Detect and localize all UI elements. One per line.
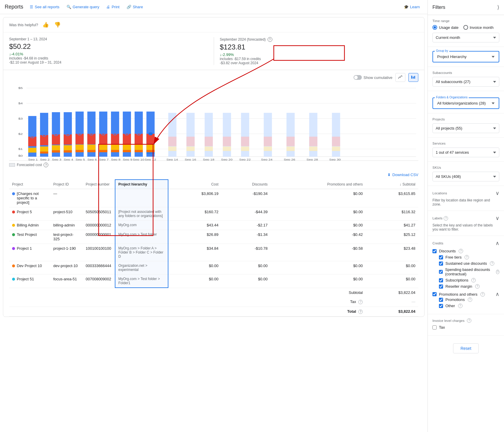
projects-filter: Projects All projects (55)	[428, 113, 504, 138]
invoice-month-radio[interactable]: Invoice month	[463, 25, 494, 30]
learn-link[interactable]: 🎓 Learn	[401, 3, 423, 11]
subscriptions-checkbox[interactable]	[439, 278, 443, 282]
reseller-margin-checkbox[interactable]	[439, 284, 443, 289]
other-help-icon[interactable]: ?	[458, 304, 462, 308]
promotions-others-checkbox[interactable]	[432, 292, 437, 296]
tax-help-icon[interactable]: ?	[358, 300, 363, 304]
total-help-icon[interactable]: ?	[358, 309, 363, 314]
show-cumulative-toggle[interactable]: Show cumulative	[354, 75, 392, 80]
tax-label: Tax	[350, 299, 356, 304]
svg-text:Sep 1: Sep 1	[28, 158, 38, 160]
discounts-cell: -$190.34	[221, 189, 271, 207]
services-label: Services	[432, 142, 499, 145]
credits-header-row[interactable]: Credits ∧	[432, 240, 499, 246]
svg-rect-22	[40, 152, 48, 153]
locations-chevron-icon: ∨	[495, 190, 499, 196]
generate-query-link[interactable]: 🔍 Generate query	[64, 3, 102, 11]
table-row: Project 5 project-510 505050505011 [Proj…	[9, 207, 418, 221]
svg-text:$4: $4	[18, 102, 23, 105]
table-row: Billing Admin billing-admin 000000000012…	[9, 221, 418, 230]
subaccounts-select[interactable]: All subaccounts (27)	[432, 77, 499, 87]
svg-rect-47	[99, 150, 107, 152]
sustained-use-label: Sustained use discounts ?	[445, 261, 494, 266]
discounts-checkbox[interactable]	[432, 249, 437, 253]
period2-detail: -$3.82 over August 2024	[220, 61, 419, 65]
share-link[interactable]: 🔗 Share	[124, 3, 146, 11]
project-number-cell: 000000200001	[83, 230, 115, 244]
svg-rect-0	[411, 76, 412, 79]
subtotal-cell: $0.00	[366, 274, 418, 288]
svg-rect-80	[223, 137, 231, 146]
svg-rect-2	[414, 76, 415, 79]
line-chart-button[interactable]	[395, 73, 405, 82]
subtotal-row: Subtotal $3,822.04	[9, 288, 418, 297]
cost-cell: $26.89	[168, 230, 221, 244]
sidebar-collapse-button[interactable]: ⟩	[497, 4, 499, 11]
svg-rect-30	[64, 135, 72, 145]
labels-help-icon[interactable]: ?	[444, 216, 448, 221]
svg-text:Sep 10: Sep 10	[133, 158, 144, 160]
spending-based-help-icon[interactable]: ?	[496, 270, 499, 274]
services-select[interactable]: 1 out of 47 services	[432, 148, 499, 157]
period2-amount: $123.81	[220, 43, 419, 51]
col-header-project: Project	[9, 180, 50, 189]
folders-orgs-select[interactable]: All folders/organizations (28)	[434, 99, 498, 107]
tax-filter-label: Tax	[439, 325, 445, 330]
locations-header-row[interactable]: Locations ∨	[432, 190, 499, 196]
subscriptions-help-icon[interactable]: ?	[471, 278, 476, 282]
bar-chart-button[interactable]	[408, 73, 418, 82]
promotions-header[interactable]: Promotions and others ? ∧	[432, 291, 499, 297]
print-link[interactable]: 🖨 Print	[103, 3, 122, 11]
promotions-help-icon[interactable]: ?	[480, 292, 485, 297]
time-range-select[interactable]: Current month	[432, 33, 499, 42]
reset-button[interactable]: Reset	[453, 343, 479, 353]
filters-title: Filters	[432, 5, 445, 10]
svg-rect-55	[123, 134, 131, 144]
usage-date-radio[interactable]: Usage date	[432, 25, 459, 30]
svg-rect-41	[87, 145, 96, 150]
subscriptions-label: Subscriptions ?	[445, 278, 476, 282]
cumulative-toggle-icon[interactable]	[354, 75, 362, 80]
group-by-select[interactable]: Project Hierarchy	[434, 53, 498, 61]
promotions-checkbox[interactable]	[439, 298, 443, 302]
invoice-month-label: Invoice month	[470, 25, 494, 30]
total-value: $3,822.04	[366, 307, 418, 316]
sustained-use-help-icon[interactable]: ?	[490, 261, 494, 266]
project-cell: Project 5	[9, 207, 50, 221]
see-all-reports-link[interactable]: ☰ See all reports	[27, 3, 62, 11]
thumbs-down-button[interactable]: 👎	[53, 20, 62, 29]
forecast-info-icon[interactable]: ?	[268, 37, 272, 42]
spending-based-checkbox[interactable]	[439, 270, 443, 274]
svg-rect-93	[309, 147, 317, 151]
locations-filter: Locations ∨ Filter by location data like…	[428, 186, 504, 211]
invoice-level-help-icon[interactable]: ?	[467, 318, 471, 323]
free-tiers-help-icon[interactable]: ?	[465, 255, 469, 259]
promotions-only-help-icon[interactable]: ?	[468, 297, 472, 302]
svg-rect-36	[75, 145, 84, 150]
locations-label: Locations	[432, 191, 447, 195]
projects-select[interactable]: All projects (55)	[432, 123, 499, 133]
tax-checkbox[interactable]	[432, 325, 437, 330]
forecast-info-icon[interactable]: ?	[44, 163, 48, 167]
thumbs-up-button[interactable]: 👍	[41, 20, 50, 29]
sustained-use-checkbox[interactable]	[439, 261, 443, 266]
table-row: Project 51 focus-area-51 007008009002 My…	[9, 274, 418, 288]
discounts-cell: -$44.39	[221, 207, 271, 221]
svg-rect-84	[241, 147, 249, 151]
svg-text:Sep 22: Sep 22	[239, 158, 251, 160]
skus-select[interactable]: All SKUs (408)	[432, 172, 499, 181]
labels-header-row[interactable]: Labels ? ∨	[432, 215, 499, 221]
labels-desc: Select the key and values of the labels …	[432, 223, 499, 231]
project-id-cell: focus-area-51	[50, 274, 83, 288]
project-id-cell: project-1-190	[50, 244, 83, 261]
free-tiers-checkbox[interactable]	[439, 255, 443, 259]
cost-cell: $0.00	[168, 261, 221, 274]
free-tiers-item: Free tiers ?	[439, 255, 499, 259]
discounts-help-icon[interactable]: ?	[459, 249, 463, 253]
promotions-cell: $0.00	[271, 261, 366, 274]
other-checkbox[interactable]	[439, 304, 443, 308]
download-csv-button[interactable]: ⬇ Download CSV	[387, 173, 418, 177]
svg-rect-67	[146, 150, 155, 152]
tax-row: Tax ? —	[9, 297, 418, 307]
reseller-margin-help-icon[interactable]: ?	[475, 284, 480, 289]
